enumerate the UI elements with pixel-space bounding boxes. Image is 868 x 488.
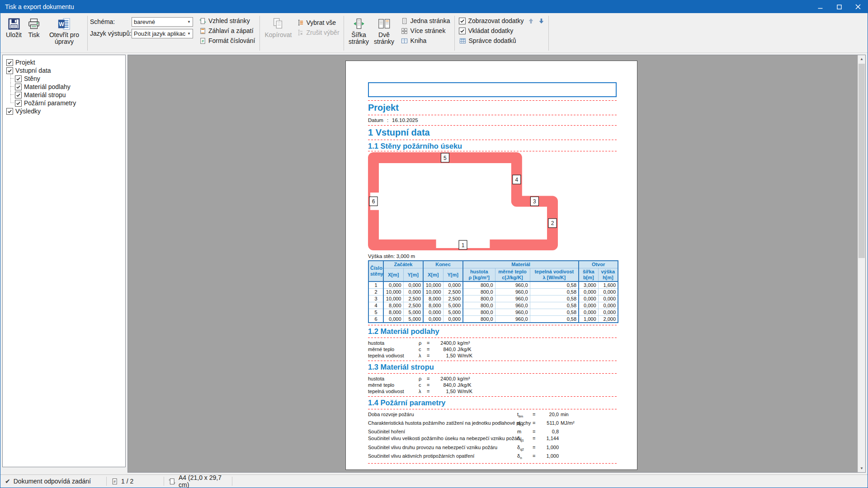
save-button[interactable]: Uložit bbox=[3, 15, 24, 52]
show-addenda-checkbox[interactable]: Zobrazovat dodatky bbox=[457, 16, 547, 26]
page-width-label: Šířka stránky bbox=[349, 32, 369, 45]
fire-parameters-values: Doba rozvoje požárutlim=20,0minCharakter… bbox=[368, 411, 617, 461]
column-header: šířka b[m] bbox=[579, 268, 598, 282]
tree-item[interactable]: Projekt bbox=[5, 58, 123, 66]
table-cell: 0,000 bbox=[598, 302, 618, 309]
maximize-button[interactable] bbox=[830, 0, 849, 13]
material-munit: kg/m³ bbox=[458, 375, 617, 382]
addenda-manager-button[interactable]: Správce dodatků bbox=[457, 36, 547, 46]
material-property-row: hustotaρ=2400,0kg/m³ bbox=[368, 340, 617, 346]
table-cell: 960,0 bbox=[495, 282, 530, 289]
checkbox-checked-icon[interactable] bbox=[15, 92, 22, 99]
more-pages-button[interactable]: Více stránek bbox=[399, 26, 452, 36]
close-icon bbox=[855, 4, 861, 9]
tree-item-label: Požární parametry bbox=[24, 99, 76, 107]
table-cell: 4 bbox=[368, 302, 383, 309]
material-msym: ρ bbox=[419, 375, 427, 382]
fire-parameter-row: Doba rozvoje požárutlim=20,0min bbox=[368, 411, 617, 420]
move-addendum-up-button[interactable] bbox=[528, 18, 534, 24]
book-button[interactable]: Kniha bbox=[399, 36, 452, 46]
material-ml: měrné teplo bbox=[368, 346, 419, 352]
material-munit: J/kg/K bbox=[458, 346, 617, 352]
checkbox-checked-icon[interactable] bbox=[15, 75, 22, 82]
fire-param-symbol: δn bbox=[517, 453, 533, 461]
input-data-heading: 1 Vstupní data bbox=[368, 127, 617, 138]
date-value: 16.10.2025 bbox=[392, 117, 418, 123]
walls-heading: 1.1 Stěny požárního úseku bbox=[368, 142, 617, 150]
svg-text:#: # bbox=[202, 38, 204, 43]
one-page-icon bbox=[401, 18, 409, 24]
vertical-scrollbar[interactable]: ▲ ▼ bbox=[858, 55, 865, 472]
tree-item[interactable]: Vstupní data bbox=[5, 66, 123, 75]
checkbox-checked-icon[interactable] bbox=[6, 108, 13, 115]
minimize-button[interactable] bbox=[811, 0, 830, 13]
header-footer-button[interactable]: Záhlaví a zápatí bbox=[197, 26, 257, 36]
material-meq: = bbox=[427, 388, 434, 394]
move-addendum-down-button[interactable] bbox=[538, 18, 544, 24]
table-cell: 0,58 bbox=[530, 289, 579, 296]
checkbox-checked-icon[interactable] bbox=[15, 100, 22, 107]
one-page-button[interactable]: Jedna stránka bbox=[399, 16, 452, 26]
fire-param-symbol: qf,k bbox=[517, 420, 533, 428]
copy-button[interactable]: Kopírovat bbox=[262, 15, 295, 52]
walls-table: Číslo stěny Začátek Konec Materiál Otvor… bbox=[368, 260, 618, 323]
wall-number-label: 6 bbox=[372, 198, 375, 205]
two-pages-button[interactable]: Dvě stránky bbox=[372, 15, 397, 52]
tree-item[interactable]: Požární parametry bbox=[5, 99, 123, 107]
fire-param-label: Doba rozvoje požáru bbox=[368, 411, 517, 420]
tree-item[interactable]: Výsledky bbox=[5, 107, 123, 115]
scroll-down-icon[interactable]: ▼ bbox=[858, 465, 865, 472]
scrollbar-thumb[interactable] bbox=[859, 64, 865, 258]
insert-addenda-checkbox[interactable]: Vkládat dodatky bbox=[457, 26, 547, 36]
tree-item[interactable]: Materiál stropu bbox=[5, 91, 123, 99]
page-layout-button[interactable]: Vzhled stránky bbox=[197, 16, 257, 26]
date-line: Datum:16.10.2025 bbox=[368, 117, 617, 123]
table-cell: 960,0 bbox=[495, 296, 530, 302]
book-icon bbox=[401, 38, 409, 44]
page-width-button[interactable]: Šířka stránky bbox=[346, 15, 372, 52]
status-paper-label: A4 (21,0 x 29,7 cm) bbox=[179, 474, 232, 488]
open-for-edit-button[interactable]: W Otevřít pro úpravy bbox=[43, 15, 85, 52]
deselect-button[interactable]: Zrušit výběr bbox=[294, 28, 341, 38]
table-cell: 0,000 bbox=[598, 289, 618, 296]
material-mval: 840,0 bbox=[434, 382, 458, 388]
fire-param-equals: = bbox=[533, 435, 539, 444]
select-all-button[interactable]: Vybrat vše bbox=[294, 18, 341, 28]
tree-item[interactable]: Stěny bbox=[5, 75, 123, 83]
fire-param-value: 0,8 bbox=[539, 428, 561, 435]
print-label: Tisk bbox=[28, 32, 39, 38]
table-cell: 0,000 bbox=[579, 302, 598, 309]
tree-connector bbox=[6, 75, 15, 83]
close-button[interactable] bbox=[849, 0, 868, 13]
page-layout-label: Vzhled stránky bbox=[208, 17, 250, 24]
material-msym: λ bbox=[419, 388, 427, 394]
checkbox-checked-icon[interactable] bbox=[15, 84, 22, 90]
table-cell: 1,000 bbox=[579, 316, 598, 323]
numbering-format-button[interactable]: # Formát číslování bbox=[197, 36, 257, 46]
fire-parameters-heading: 1.4 Požární parametry bbox=[368, 399, 617, 407]
scheme-select[interactable]: barevné ▼ bbox=[132, 17, 193, 27]
table-cell: 0,58 bbox=[530, 302, 579, 309]
tree-item-label: Výsledky bbox=[15, 108, 41, 115]
wall-number-label: 1 bbox=[462, 242, 465, 249]
toolbar-divider bbox=[548, 16, 549, 51]
checkbox-checked-icon[interactable] bbox=[6, 59, 13, 66]
table-row: 58,0005,0000,0005,000800,0960,00,580,000… bbox=[368, 309, 618, 316]
more-pages-icon bbox=[401, 28, 409, 34]
table-row: 210,0000,00010,0002,500800,0960,00,580,0… bbox=[368, 289, 618, 296]
column-header: Y[m] bbox=[403, 268, 423, 282]
table-cell: 0,58 bbox=[530, 309, 579, 316]
tree-item[interactable]: Materiál podlahy bbox=[5, 83, 123, 91]
checkbox-checked-icon bbox=[459, 28, 466, 34]
checkbox-checked-icon[interactable] bbox=[6, 67, 13, 74]
select-all-label: Vybrat vše bbox=[306, 19, 336, 26]
material-ml: tepelná vodivost bbox=[368, 352, 419, 359]
print-button[interactable]: Tisk bbox=[24, 15, 43, 52]
language-select[interactable]: Použít jazyk aplikace ▼ bbox=[132, 29, 193, 38]
table-cell: 2,500 bbox=[443, 296, 463, 302]
scroll-up-icon[interactable]: ▲ bbox=[858, 55, 865, 63]
table-cell: 800,0 bbox=[463, 296, 495, 302]
wall-number-label: 2 bbox=[551, 220, 554, 226]
toolbar-divider bbox=[344, 16, 344, 51]
table-cell: 0,000 bbox=[443, 316, 463, 323]
